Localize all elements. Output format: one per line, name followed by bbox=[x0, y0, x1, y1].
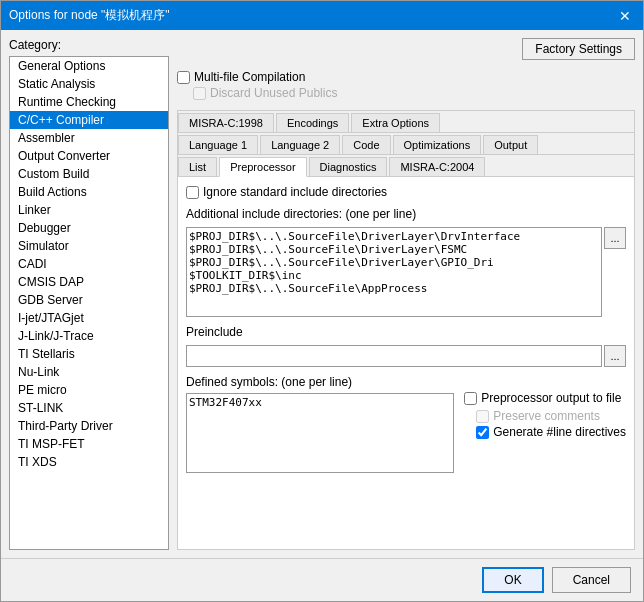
defined-symbols-textarea-row bbox=[186, 393, 456, 473]
category-item-build-actions[interactable]: Build Actions bbox=[10, 183, 168, 201]
tab-content-preprocessor: Ignore standard include directories Addi… bbox=[178, 177, 634, 549]
preprocessor-output-label: Preprocessor output to file bbox=[481, 391, 621, 405]
tab-optimizations[interactable]: Optimizations bbox=[393, 135, 482, 154]
category-item-ijet-jtag[interactable]: I-jet/JTAGjet bbox=[10, 309, 168, 327]
category-item-simulator[interactable]: Simulator bbox=[10, 237, 168, 255]
tab-diagnostics[interactable]: Diagnostics bbox=[309, 157, 388, 176]
discard-unused-publics-row: Discard Unused Publics bbox=[177, 86, 635, 100]
category-item-output-converter[interactable]: Output Converter bbox=[10, 147, 168, 165]
options-dialog: Options for node "模拟机程序" ✕ Category: Gen… bbox=[0, 0, 644, 602]
dialog-title: Options for node "模拟机程序" bbox=[9, 7, 170, 24]
defined-symbols-textarea[interactable] bbox=[186, 393, 454, 473]
multi-file-compilation-row: Multi-file Compilation bbox=[177, 70, 635, 84]
tabs-container: MISRA-C:1998EncodingsExtra Options Langu… bbox=[177, 110, 635, 550]
generate-directives-row: Generate #line directives bbox=[464, 425, 626, 439]
tab-row-2: Language 1Language 2CodeOptimizationsOut… bbox=[178, 133, 634, 155]
preinclude-label: Preinclude bbox=[186, 325, 626, 339]
tab-preprocessor[interactable]: Preprocessor bbox=[219, 157, 306, 177]
tab-language-1[interactable]: Language 1 bbox=[178, 135, 258, 154]
multi-file-compilation-checkbox[interactable] bbox=[177, 71, 190, 84]
tab-row-1: MISRA-C:1998EncodingsExtra Options bbox=[178, 111, 634, 133]
category-item-debugger[interactable]: Debugger bbox=[10, 219, 168, 237]
category-item-ti-msp-fet[interactable]: TI MSP-FET bbox=[10, 435, 168, 453]
category-item-nu-link[interactable]: Nu-Link bbox=[10, 363, 168, 381]
include-dirs-side-buttons: ... bbox=[604, 227, 626, 317]
category-panel: Category: General OptionsStatic Analysis… bbox=[9, 38, 169, 550]
discard-unused-publics-label: Discard Unused Publics bbox=[210, 86, 337, 100]
category-item-cmsis-dap[interactable]: CMSIS DAP bbox=[10, 273, 168, 291]
compilation-options: Multi-file Compilation Discard Unused Pu… bbox=[177, 66, 635, 104]
tab-extra-options[interactable]: Extra Options bbox=[351, 113, 440, 132]
dialog-footer: OK Cancel bbox=[1, 558, 643, 601]
include-dirs-row: ... bbox=[186, 227, 626, 317]
preinclude-ellipsis-button[interactable]: ... bbox=[604, 345, 626, 367]
cancel-button[interactable]: Cancel bbox=[552, 567, 631, 593]
category-item-ti-xds[interactable]: TI XDS bbox=[10, 453, 168, 471]
tab-encodings[interactable]: Encodings bbox=[276, 113, 349, 132]
category-item-assembler[interactable]: Assembler bbox=[10, 129, 168, 147]
ignore-std-include-label: Ignore standard include directories bbox=[203, 185, 387, 199]
preserve-comments-row: Preserve comments bbox=[464, 409, 626, 423]
ignore-std-include-checkbox[interactable] bbox=[186, 186, 199, 199]
preprocessor-output-checkbox[interactable] bbox=[464, 392, 477, 405]
category-item-third-party-driver[interactable]: Third-Party Driver bbox=[10, 417, 168, 435]
tab-misra-c-1998[interactable]: MISRA-C:1998 bbox=[178, 113, 274, 132]
top-row: Factory Settings bbox=[177, 38, 635, 60]
tab-row-3: ListPreprocessorDiagnosticsMISRA-C:2004 bbox=[178, 155, 634, 177]
defined-symbols-label: Defined symbols: (one per line) bbox=[186, 375, 456, 389]
tab-language-2[interactable]: Language 2 bbox=[260, 135, 340, 154]
tab-list[interactable]: List bbox=[178, 157, 217, 176]
category-item-static-analysis[interactable]: Static Analysis bbox=[10, 75, 168, 93]
category-item-general-options[interactable]: General Options bbox=[10, 57, 168, 75]
category-item-cpp-compiler[interactable]: C/C++ Compiler bbox=[10, 111, 168, 129]
category-item-cadi[interactable]: CADI bbox=[10, 255, 168, 273]
title-bar: Options for node "模拟机程序" ✕ bbox=[1, 1, 643, 30]
preprocessor-options-group: Preserve comments Generate #line directi… bbox=[464, 409, 626, 439]
category-item-jlink-jtrace[interactable]: J-Link/J-Trace bbox=[10, 327, 168, 345]
preprocessor-output-section: Preprocessor output to file Preserve com… bbox=[464, 375, 626, 473]
preserve-comments-checkbox[interactable] bbox=[476, 410, 489, 423]
category-item-gdb-server[interactable]: GDB Server bbox=[10, 291, 168, 309]
tab-output[interactable]: Output bbox=[483, 135, 538, 154]
include-dirs-ellipsis-button[interactable]: ... bbox=[604, 227, 626, 249]
preinclude-row: ... bbox=[186, 345, 626, 367]
additional-include-label: Additional include directories: (one per… bbox=[186, 207, 626, 221]
tab-misra-c-2004[interactable]: MISRA-C:2004 bbox=[389, 157, 485, 176]
close-button[interactable]: ✕ bbox=[615, 8, 635, 24]
content-panel: Factory Settings Multi-file Compilation … bbox=[177, 38, 635, 550]
category-item-runtime-checking[interactable]: Runtime Checking bbox=[10, 93, 168, 111]
include-dirs-textarea[interactable] bbox=[186, 227, 602, 317]
preserve-comments-label: Preserve comments bbox=[493, 409, 600, 423]
category-item-custom-build[interactable]: Custom Build bbox=[10, 165, 168, 183]
category-list: General OptionsStatic AnalysisRuntime Ch… bbox=[9, 56, 169, 550]
category-item-ti-stellaris[interactable]: TI Stellaris bbox=[10, 345, 168, 363]
ignore-std-include-row: Ignore standard include directories bbox=[186, 185, 626, 199]
category-item-linker[interactable]: Linker bbox=[10, 201, 168, 219]
category-item-st-link[interactable]: ST-LINK bbox=[10, 399, 168, 417]
defined-row: Defined symbols: (one per line) Preproce… bbox=[186, 375, 626, 473]
defined-symbols-section: Defined symbols: (one per line) bbox=[186, 375, 456, 473]
preinclude-input[interactable] bbox=[186, 345, 602, 367]
category-label: Category: bbox=[9, 38, 169, 52]
multi-file-compilation-label: Multi-file Compilation bbox=[194, 70, 305, 84]
generate-directives-label: Generate #line directives bbox=[493, 425, 626, 439]
preprocessor-output-row: Preprocessor output to file bbox=[464, 391, 626, 405]
discard-unused-publics-checkbox[interactable] bbox=[193, 87, 206, 100]
ok-button[interactable]: OK bbox=[482, 567, 543, 593]
factory-settings-button[interactable]: Factory Settings bbox=[522, 38, 635, 60]
preinclude-section: Preinclude ... bbox=[186, 325, 626, 367]
include-dirs-section: Additional include directories: (one per… bbox=[186, 207, 626, 317]
category-item-pe-micro[interactable]: PE micro bbox=[10, 381, 168, 399]
tab-code[interactable]: Code bbox=[342, 135, 390, 154]
generate-directives-checkbox[interactable] bbox=[476, 426, 489, 439]
dialog-body: Category: General OptionsStatic Analysis… bbox=[1, 30, 643, 558]
